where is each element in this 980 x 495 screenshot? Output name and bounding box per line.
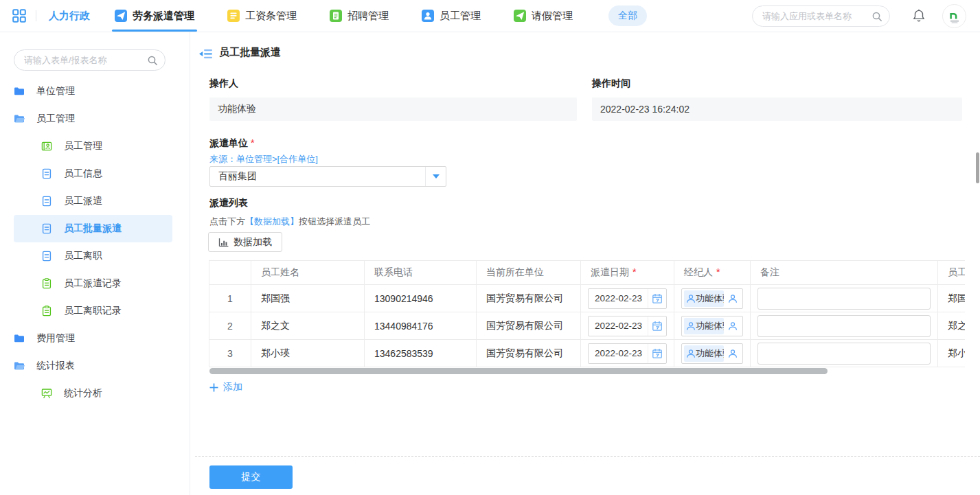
date-input[interactable]: 2022-02-23 (588, 316, 667, 336)
tab-leave[interactable]: 请假管理 (514, 0, 573, 32)
sidebar-item[interactable]: 单位管理 (14, 78, 172, 105)
tab-label: 工资条管理 (245, 10, 297, 23)
agent-name: 功能体验 (696, 320, 724, 332)
sidebar-tree: 单位管理员工管理员工管理员工信息员工派遣员工批量派遣员工离职员工派遣记录员工离职… (0, 78, 190, 407)
calendar-icon[interactable] (648, 344, 666, 363)
all-apps-badge[interactable]: 全部 (608, 5, 647, 26)
cell-row-number: 1 (209, 285, 251, 312)
sidebar-item[interactable]: 员工离职 (14, 242, 172, 270)
note-input[interactable] (757, 315, 931, 337)
app-search[interactable] (752, 5, 890, 27)
tab-employee[interactable]: 员工管理 (422, 0, 481, 32)
agent-name: 功能体验 (696, 292, 724, 305)
person-add-icon[interactable] (728, 321, 738, 331)
form-search-input[interactable] (24, 55, 147, 65)
note-input[interactable] (757, 288, 931, 310)
vertical-scrollbar[interactable] (976, 152, 979, 183)
divider (36, 10, 36, 21)
sidebar-item[interactable]: 费用管理 (14, 325, 172, 352)
unit-label: 派遣单位* (209, 137, 254, 150)
bell-icon[interactable] (913, 9, 925, 23)
sidebar-item-label: 员工离职记录 (64, 305, 122, 317)
date-input[interactable]: 2022-02-23 (588, 288, 667, 309)
person-add-icon[interactable] (728, 294, 738, 303)
column-header-note: 备注 (751, 261, 938, 285)
calendar-icon[interactable] (648, 289, 666, 308)
sidebar-item[interactable]: 员工管理 (14, 133, 172, 160)
data-load-button[interactable]: 数据加载 (208, 232, 282, 252)
folder-open-icon (14, 113, 25, 124)
agent-picker[interactable]: 功能体验 (681, 316, 743, 336)
sidebar-item-label: 员工管理 (64, 140, 102, 152)
sidebar-item-label: 员工派遣记录 (64, 277, 122, 290)
cell-row-number: 3 (209, 340, 251, 367)
note-input[interactable] (757, 343, 931, 365)
column-header-unit: 当前所在单位 (477, 261, 581, 285)
operator-field: 功能体验 (209, 97, 577, 121)
required-mark: * (251, 137, 254, 148)
submit-button[interactable]: 提交 (209, 465, 293, 489)
agent-picker[interactable]: 功能体验 (681, 288, 743, 309)
tab-recruit[interactable]: 招聘管理 (330, 0, 389, 32)
recruit-tab-icon (330, 10, 342, 22)
add-row-button[interactable]: 添加 (209, 381, 242, 393)
cell-phone: 13440984176 (365, 312, 477, 340)
cell-employee-name: 郑之文 (251, 312, 365, 340)
agent-name: 功能体验 (696, 347, 724, 360)
cell-dispatch-date: 2022-02-23 (581, 340, 674, 367)
workspace-title[interactable]: 人力行政 (49, 10, 90, 23)
topbar: 人力行政 劳务派遣管理工资条管理招聘管理员工管理请假管理 全部 (0, 0, 980, 32)
doc-icon (41, 223, 52, 234)
list-title: 派遣列表 (209, 197, 248, 209)
search-icon[interactable] (147, 55, 158, 66)
person-add-icon[interactable] (728, 349, 738, 358)
dispatch-table-wrap: 员工姓名联系电话当前所在单位派遣日期*经纪人*备注员工1郑国强130902149… (209, 260, 965, 369)
sidebar-item[interactable]: 员工批量派遣 (14, 215, 172, 242)
sidebar-item[interactable]: 统计报表 (14, 352, 172, 380)
cell-employee-name-2: 郑小瑛 (938, 340, 966, 367)
tab-payslip[interactable]: 工资条管理 (227, 0, 297, 32)
page-title: 员工批量派遣 (219, 46, 281, 59)
person-icon (686, 294, 696, 303)
tab-label: 员工管理 (440, 10, 481, 23)
cell-agent: 功能体验 (674, 312, 751, 340)
bar-chart-icon (218, 238, 229, 247)
sidebar-item[interactable]: 员工离职记录 (14, 297, 172, 325)
form-search[interactable] (14, 49, 166, 71)
calendar-icon[interactable] (648, 316, 666, 336)
doc-icon (41, 168, 52, 179)
sidebar-item-label: 统计报表 (36, 360, 75, 372)
collapse-icon[interactable] (199, 49, 212, 59)
employee-tab-icon (422, 10, 434, 22)
horizontal-scrollbar[interactable] (209, 368, 828, 374)
date-input[interactable]: 2022-02-23 (588, 343, 667, 364)
sidebar-item[interactable]: 员工派遣 (14, 187, 172, 215)
cell-note (751, 285, 938, 312)
leave-tab-icon (514, 10, 526, 22)
apps-grid-icon[interactable] (12, 9, 26, 23)
tab-label: 招聘管理 (347, 10, 389, 23)
cell-dispatch-date: 2022-02-23 (581, 285, 674, 312)
sidebar-item-label: 费用管理 (36, 332, 75, 345)
sidebar-item[interactable]: 统计分析 (14, 380, 172, 407)
search-icon[interactable] (871, 11, 882, 22)
unit-select[interactable]: 百丽集团 (209, 166, 446, 187)
agent-picker[interactable]: 功能体验 (681, 343, 743, 364)
app-search-input[interactable] (762, 11, 871, 21)
cell-employee-name-2: 郑国强 (938, 285, 966, 312)
doc-icon (41, 196, 52, 207)
date-value: 2022-02-23 (589, 348, 648, 358)
sidebar-item[interactable]: 员工派遣记录 (14, 270, 172, 297)
column-header-agent: 经纪人* (674, 261, 751, 285)
cell-row-number: 2 (209, 312, 251, 340)
unit-source-link[interactable]: 来源：单位管理>[合作单位] (209, 153, 318, 165)
agent-tag: 功能体验 (684, 290, 724, 307)
clipboard-icon (41, 278, 52, 289)
main-content: 员工批量派遣 操作人 功能体验 操作时间 2022-02-23 16:24:02… (191, 32, 980, 495)
person-icon (686, 349, 696, 358)
sidebar-item[interactable]: 员工信息 (14, 160, 172, 187)
topbar-tabs: 劳务派遣管理工资条管理招聘管理员工管理请假管理 (115, 0, 606, 32)
tab-dispatch[interactable]: 劳务派遣管理 (115, 0, 194, 32)
sidebar-item[interactable]: 员工管理 (14, 105, 172, 133)
brand-logo[interactable] (942, 4, 966, 28)
